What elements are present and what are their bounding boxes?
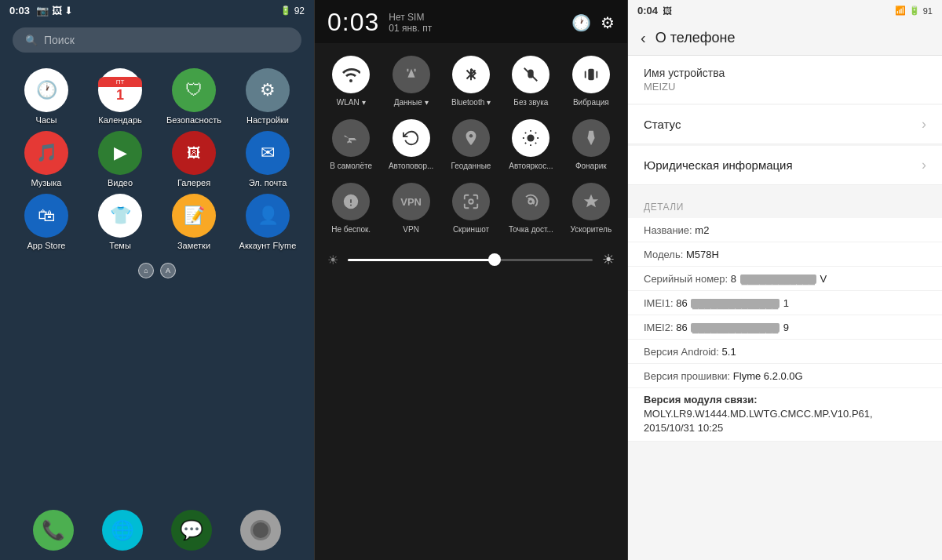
legal-label: Юридическая информация: [644, 158, 793, 172]
app-appstore[interactable]: 🛍 App Store: [13, 194, 80, 250]
toggle-geo[interactable]: Геоданные: [441, 116, 501, 173]
toggle-mute[interactable]: Без звука: [501, 53, 560, 110]
app-gallery-label: Галерея: [177, 178, 210, 187]
toggle-rotate[interactable]: Автоповор...: [381, 116, 440, 173]
quick-toggles-row3: Не беспок. VPN VPN Скриншот Точка дост..…: [315, 176, 627, 243]
detail-android: Версия Android: 5.1: [628, 340, 942, 364]
clock-icon: 🕐: [24, 68, 68, 112]
toggle-torch-label: Фонарик: [575, 162, 607, 170]
status-label: Статус: [644, 118, 681, 131]
app-gallery[interactable]: 🖼 Галерея: [160, 131, 228, 187]
boost-icon: [572, 183, 610, 220]
home-indicator: ⌂ A: [0, 256, 314, 285]
device-name-section: Имя устройства MEIZU: [628, 56, 942, 104]
back-button[interactable]: ‹: [641, 29, 646, 47]
app-themes[interactable]: 👕 Темы: [86, 194, 154, 250]
detail-model-label: Модель:: [644, 249, 686, 260]
status-row[interactable]: Статус ›: [628, 105, 942, 144]
detail-serial-prefix: 8: [731, 273, 736, 285]
app-notes[interactable]: 📝 Заметки: [160, 194, 228, 250]
app-settings[interactable]: ⚙ Настройки: [234, 68, 301, 125]
toggle-boost[interactable]: Ускоритель: [561, 180, 621, 237]
app-video[interactable]: ▶ Видео: [86, 131, 154, 187]
rotate-icon: [392, 119, 430, 157]
app-clock[interactable]: 🕐 Часы: [13, 68, 80, 125]
toggle-hotspot-label: Точка дост...: [509, 225, 553, 234]
toggle-airplane[interactable]: В самолёте: [321, 116, 381, 173]
app-music-label: Музыка: [31, 178, 62, 187]
wlan-icon: [332, 56, 370, 93]
toggle-vibrate-label: Вибрация: [573, 98, 609, 107]
details-header: Детали: [628, 191, 942, 218]
video-icon: ▶: [98, 131, 142, 175]
toggle-screenshot[interactable]: Скриншот: [441, 180, 501, 237]
data-icon: [392, 56, 430, 93]
search-icon: 🔍: [25, 35, 38, 46]
detail-serial: Серийный номер: 8 ████████████ V: [628, 267, 942, 291]
toggle-autobright[interactable]: Автояркос...: [501, 116, 560, 173]
vibrate-icon: [572, 56, 610, 93]
gallery-icon: 🖼: [172, 131, 216, 175]
toggle-dnd[interactable]: Не беспок.: [321, 180, 381, 237]
toggle-wlan-label: WLAN ▾: [337, 98, 366, 107]
app-notes-label: Заметки: [177, 241, 210, 250]
app-calendar-label: Календарь: [98, 115, 142, 125]
toggle-airplane-label: В самолёте: [330, 162, 372, 170]
toggle-vpn[interactable]: VPN VPN: [381, 180, 440, 237]
notif-time: 0:03: [327, 8, 379, 37]
toggle-geo-label: Геоданные: [451, 162, 491, 170]
about-sim-icon: 📶: [895, 5, 906, 16]
toggle-vpn-label: VPN: [403, 225, 419, 234]
dnd-icon: [332, 183, 370, 220]
notif-actions: 🕐 ⚙: [571, 13, 615, 32]
settings-icon: ⚙: [246, 68, 290, 112]
home-screen: 0:03 📷 🖼 ⬇ 🔋 92 🔍 🕐 Часы ПТ 1 Календарь …: [0, 0, 314, 560]
brightness-thumb[interactable]: [488, 253, 501, 266]
brightness-fill: [348, 259, 495, 261]
brightness-track[interactable]: [348, 259, 593, 261]
toggle-hotspot[interactable]: Точка дост...: [501, 180, 560, 237]
dock-phone[interactable]: 📞: [33, 510, 74, 551]
detail-imei1-redacted: ██████████████: [691, 299, 780, 308]
toggle-data-label: Данные ▾: [394, 98, 429, 107]
about-status-bar: 0:04 🖼 📶 🔋 91: [628, 0, 942, 21]
app-calendar[interactable]: ПТ 1 Календарь: [86, 68, 154, 125]
toggle-rotate-label: Автоповор...: [389, 162, 433, 170]
app-grid: 🕐 Часы ПТ 1 Календарь 🛡 Безопасность ⚙ Н…: [0, 62, 314, 256]
app-appstore-label: App Store: [27, 241, 66, 250]
details-title: Детали: [644, 202, 684, 213]
search-bar[interactable]: 🔍: [13, 27, 301, 53]
detail-imei2-redacted: ██████████████: [691, 323, 780, 333]
home-notification-icons: 📷 🖼 ⬇: [36, 5, 73, 16]
about-status-icons: 📶 🔋 91: [895, 5, 933, 16]
app-clock-label: Часы: [36, 115, 57, 125]
brightness-high-icon: ☀: [602, 251, 615, 268]
toggle-torch[interactable]: Фонарик: [561, 116, 621, 173]
detail-serial-suffix: V: [820, 273, 827, 285]
toggle-vibrate[interactable]: Вибрация: [561, 53, 621, 110]
notif-settings-button[interactable]: ⚙: [601, 13, 615, 32]
app-security[interactable]: 🛡 Безопасность: [160, 68, 228, 125]
dock-camera[interactable]: [240, 510, 281, 551]
app-email[interactable]: ✉ Эл. почта: [234, 131, 301, 187]
dock-messages[interactable]: 💬: [171, 510, 212, 551]
hotspot-icon: [512, 183, 550, 220]
detail-name-value: m2: [695, 224, 709, 236]
toggle-bluetooth[interactable]: Bluetooth ▾: [441, 53, 501, 110]
app-music[interactable]: 🎵 Музыка: [13, 131, 80, 187]
toggle-bluetooth-label: Bluetooth ▾: [451, 98, 491, 107]
brightness-bar: ☀ ☀: [315, 243, 627, 276]
app-flyme[interactable]: 👤 Аккаунт Flyme: [234, 194, 301, 250]
home-dot-recent: A: [160, 263, 176, 278]
notif-alarm-button[interactable]: 🕐: [571, 13, 591, 32]
screenshot-icon: [452, 183, 490, 220]
detail-imei2-suffix: 9: [783, 322, 789, 333]
legal-row[interactable]: Юридическая информация ›: [628, 146, 942, 185]
detail-model-value: M578H: [686, 249, 719, 260]
search-input[interactable]: [44, 34, 289, 46]
toggle-mute-label: Без звука: [513, 98, 548, 107]
detail-android-value: 5.1: [722, 346, 736, 358]
dock-browser[interactable]: 🌐: [102, 510, 143, 551]
toggle-wlan[interactable]: WLAN ▾: [321, 53, 381, 110]
toggle-data[interactable]: Данные ▾: [381, 53, 440, 110]
